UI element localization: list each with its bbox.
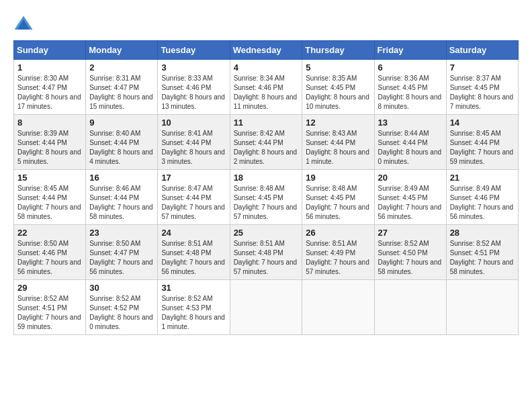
calendar-cell: 13Sunrise: 8:44 AMSunset: 4:44 PMDayligh… (374, 115, 446, 170)
day-header-wednesday: Wednesday (230, 41, 302, 60)
day-info: Sunrise: 8:33 AMSunset: 4:46 PMDaylight:… (161, 74, 226, 111)
calendar-cell: 31Sunrise: 8:52 AMSunset: 4:53 PMDayligh… (158, 280, 230, 335)
calendar-cell: 12Sunrise: 8:43 AMSunset: 4:44 PMDayligh… (302, 115, 374, 170)
day-info: Sunrise: 8:44 AMSunset: 4:44 PMDaylight:… (378, 129, 443, 167)
day-info: Sunrise: 8:31 AMSunset: 4:47 PMDaylight:… (89, 74, 154, 111)
day-number: 29 (17, 283, 82, 293)
day-number: 5 (306, 62, 370, 73)
day-header-saturday: Saturday (446, 41, 518, 60)
calendar-cell (302, 280, 374, 335)
day-info: Sunrise: 8:52 AMSunset: 4:50 PMDaylight:… (378, 239, 443, 277)
day-number: 7 (450, 62, 515, 73)
day-number: 14 (450, 118, 515, 128)
day-number: 6 (378, 62, 443, 73)
day-info: Sunrise: 8:50 AMSunset: 4:47 PMDaylight:… (89, 239, 154, 277)
calendar-week-row: 22Sunrise: 8:50 AMSunset: 4:46 PMDayligh… (14, 225, 519, 280)
calendar-cell: 24Sunrise: 8:51 AMSunset: 4:48 PMDayligh… (158, 225, 230, 280)
day-info: Sunrise: 8:48 AMSunset: 4:45 PMDaylight:… (306, 184, 370, 222)
calendar-cell: 3Sunrise: 8:33 AMSunset: 4:46 PMDaylight… (158, 60, 230, 115)
day-number: 31 (161, 283, 226, 293)
day-info: Sunrise: 8:52 AMSunset: 4:51 PMDaylight:… (450, 239, 515, 277)
day-info: Sunrise: 8:51 AMSunset: 4:48 PMDaylight:… (234, 239, 299, 277)
calendar-cell: 29Sunrise: 8:52 AMSunset: 4:51 PMDayligh… (14, 280, 86, 335)
logo-icon (13, 13, 34, 34)
day-info: Sunrise: 8:34 AMSunset: 4:46 PMDaylight:… (234, 74, 299, 111)
day-number: 3 (161, 62, 226, 73)
day-number: 8 (17, 118, 82, 128)
calendar-cell: 18Sunrise: 8:48 AMSunset: 4:45 PMDayligh… (230, 170, 302, 225)
calendar-cell: 11Sunrise: 8:42 AMSunset: 4:44 PMDayligh… (230, 115, 302, 170)
calendar-cell: 6Sunrise: 8:36 AMSunset: 4:45 PMDaylight… (374, 60, 446, 115)
day-header-tuesday: Tuesday (158, 41, 230, 60)
day-info: Sunrise: 8:35 AMSunset: 4:45 PMDaylight:… (306, 74, 370, 111)
day-info: Sunrise: 8:37 AMSunset: 4:45 PMDaylight:… (450, 74, 515, 111)
day-number: 20 (378, 173, 443, 183)
day-info: Sunrise: 8:40 AMSunset: 4:44 PMDaylight:… (89, 129, 154, 167)
day-info: Sunrise: 8:47 AMSunset: 4:44 PMDaylight:… (161, 184, 226, 222)
day-info: Sunrise: 8:36 AMSunset: 4:45 PMDaylight:… (378, 74, 443, 111)
calendar-cell: 5Sunrise: 8:35 AMSunset: 4:45 PMDaylight… (302, 60, 374, 115)
day-header-sunday: Sunday (14, 41, 86, 60)
day-info: Sunrise: 8:39 AMSunset: 4:44 PMDaylight:… (17, 129, 82, 167)
calendar-table: SundayMondayTuesdayWednesdayThursdayFrid… (13, 40, 519, 335)
calendar-cell: 27Sunrise: 8:52 AMSunset: 4:50 PMDayligh… (374, 225, 446, 280)
calendar-cell: 1Sunrise: 8:30 AMSunset: 4:47 PMDaylight… (14, 60, 86, 115)
day-number: 19 (306, 173, 370, 183)
calendar-cell: 9Sunrise: 8:40 AMSunset: 4:44 PMDaylight… (86, 115, 158, 170)
calendar-cell: 7Sunrise: 8:37 AMSunset: 4:45 PMDaylight… (446, 60, 518, 115)
calendar-cell: 30Sunrise: 8:52 AMSunset: 4:52 PMDayligh… (86, 280, 158, 335)
calendar-week-row: 8Sunrise: 8:39 AMSunset: 4:44 PMDaylight… (14, 115, 519, 170)
day-info: Sunrise: 8:48 AMSunset: 4:45 PMDaylight:… (234, 184, 299, 222)
day-info: Sunrise: 8:50 AMSunset: 4:46 PMDaylight:… (17, 239, 82, 277)
calendar-cell: 16Sunrise: 8:46 AMSunset: 4:44 PMDayligh… (86, 170, 158, 225)
calendar-cell (230, 280, 302, 335)
day-number: 15 (17, 173, 82, 183)
day-info: Sunrise: 8:41 AMSunset: 4:44 PMDaylight:… (161, 129, 226, 167)
calendar-cell: 25Sunrise: 8:51 AMSunset: 4:48 PMDayligh… (230, 225, 302, 280)
calendar-cell: 10Sunrise: 8:41 AMSunset: 4:44 PMDayligh… (158, 115, 230, 170)
day-number: 18 (234, 173, 299, 183)
day-number: 22 (17, 228, 82, 238)
day-number: 26 (306, 228, 370, 238)
calendar-cell (374, 280, 446, 335)
page-header (13, 13, 519, 34)
day-number: 17 (161, 173, 226, 183)
calendar-week-row: 1Sunrise: 8:30 AMSunset: 4:47 PMDaylight… (14, 60, 519, 115)
calendar-cell: 19Sunrise: 8:48 AMSunset: 4:45 PMDayligh… (302, 170, 374, 225)
day-number: 11 (234, 118, 299, 128)
day-header-monday: Monday (86, 41, 158, 60)
day-number: 25 (234, 228, 299, 238)
day-number: 23 (89, 228, 154, 238)
day-info: Sunrise: 8:52 AMSunset: 4:53 PMDaylight:… (161, 294, 226, 332)
calendar-cell: 28Sunrise: 8:52 AMSunset: 4:51 PMDayligh… (446, 225, 518, 280)
calendar-cell: 4Sunrise: 8:34 AMSunset: 4:46 PMDaylight… (230, 60, 302, 115)
calendar-cell: 21Sunrise: 8:49 AMSunset: 4:46 PMDayligh… (446, 170, 518, 225)
calendar-week-row: 15Sunrise: 8:45 AMSunset: 4:44 PMDayligh… (14, 170, 519, 225)
day-header-thursday: Thursday (302, 41, 374, 60)
day-header-friday: Friday (374, 41, 446, 60)
day-info: Sunrise: 8:49 AMSunset: 4:45 PMDaylight:… (378, 184, 443, 222)
day-number: 16 (89, 173, 154, 183)
calendar-cell: 20Sunrise: 8:49 AMSunset: 4:45 PMDayligh… (374, 170, 446, 225)
calendar-cell: 14Sunrise: 8:45 AMSunset: 4:44 PMDayligh… (446, 115, 518, 170)
day-number: 10 (161, 118, 226, 128)
day-info: Sunrise: 8:46 AMSunset: 4:44 PMDaylight:… (89, 184, 154, 222)
calendar-cell (446, 280, 518, 335)
day-info: Sunrise: 8:52 AMSunset: 4:51 PMDaylight:… (17, 294, 82, 332)
day-info: Sunrise: 8:30 AMSunset: 4:47 PMDaylight:… (17, 74, 82, 111)
calendar-cell: 17Sunrise: 8:47 AMSunset: 4:44 PMDayligh… (158, 170, 230, 225)
day-info: Sunrise: 8:51 AMSunset: 4:48 PMDaylight:… (161, 239, 226, 277)
day-info: Sunrise: 8:52 AMSunset: 4:52 PMDaylight:… (89, 294, 154, 332)
day-number: 21 (450, 173, 515, 183)
day-info: Sunrise: 8:51 AMSunset: 4:49 PMDaylight:… (306, 239, 370, 277)
day-number: 24 (161, 228, 226, 238)
day-number: 1 (17, 62, 82, 73)
day-info: Sunrise: 8:45 AMSunset: 4:44 PMDaylight:… (450, 129, 515, 167)
day-number: 2 (89, 62, 154, 73)
day-number: 12 (306, 118, 370, 128)
day-number: 4 (234, 62, 299, 73)
day-info: Sunrise: 8:45 AMSunset: 4:44 PMDaylight:… (17, 184, 82, 222)
day-info: Sunrise: 8:49 AMSunset: 4:46 PMDaylight:… (450, 184, 515, 222)
day-info: Sunrise: 8:42 AMSunset: 4:44 PMDaylight:… (234, 129, 299, 167)
day-number: 13 (378, 118, 443, 128)
